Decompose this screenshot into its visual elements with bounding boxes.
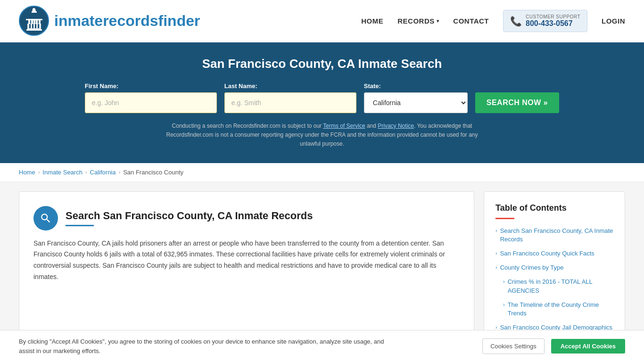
- toc-item-4[interactable]: › Crimes % in 2016 - TOTAL ALL AGENCIES: [503, 278, 613, 295]
- svg-rect-8: [36, 20, 38, 24]
- breadcrumb-inmate-search[interactable]: Inmate Search: [42, 169, 83, 176]
- toc-chevron-3: ›: [495, 264, 497, 270]
- svg-rect-15: [38, 24, 39, 28]
- hero-section: San Francisco County, CA Inmate Search F…: [0, 42, 644, 163]
- support-box: 📞 CUSTOMER SUPPORT 800-433-0567: [503, 10, 587, 32]
- toc-link-2[interactable]: San Francisco County Quick Facts: [500, 249, 594, 258]
- last-name-group: Last Name:: [224, 82, 356, 113]
- header: inmaterecordsfinder HOME RECORDS ▾ CONTA…: [0, 0, 644, 42]
- logo: inmaterecordsfinder: [19, 6, 200, 36]
- support-label: CUSTOMER SUPPORT: [526, 14, 580, 19]
- search-button[interactable]: SEARCH NOW »: [475, 92, 559, 113]
- privacy-link[interactable]: Privacy Notice: [378, 123, 414, 129]
- section-body: San Francisco County, CA jails hold pris…: [33, 238, 460, 283]
- svg-rect-11: [26, 29, 42, 31]
- breadcrumb-current: San Francisco County: [123, 169, 183, 176]
- svg-point-3: [33, 8, 36, 13]
- breadcrumb-sep-2: ›: [85, 169, 87, 175]
- nav-home[interactable]: HOME: [361, 17, 383, 25]
- toc-item-1[interactable]: › Search San Francisco County, CA Inmate…: [495, 227, 613, 244]
- cookie-text: By clicking "Accept All Cookies", you ag…: [19, 337, 396, 355]
- svg-rect-7: [33, 20, 35, 24]
- toc-chevron-4: ›: [503, 279, 505, 284]
- section-underline: [66, 225, 94, 226]
- hero-title: San Francisco County, CA Inmate Search: [19, 57, 625, 71]
- svg-rect-13: [32, 24, 33, 28]
- first-name-group: First Name:: [85, 82, 217, 113]
- breadcrumb-home[interactable]: Home: [19, 169, 35, 176]
- breadcrumb: Home › Inmate Search › California › San …: [0, 163, 644, 182]
- section-title: Search San Francisco County, CA Inmate R…: [66, 210, 313, 222]
- svg-rect-9: [39, 20, 41, 24]
- toc-chevron-1: ›: [495, 228, 497, 233]
- section-heading: Search San Francisco County, CA Inmate R…: [33, 206, 460, 230]
- breadcrumb-sep-1: ›: [38, 169, 40, 175]
- toc-item-5[interactable]: › The Timeline of the County Crime Trend…: [503, 301, 613, 318]
- chevron-down-icon: ▾: [437, 18, 439, 24]
- toc-item-2[interactable]: › San Francisco County Quick Facts: [495, 249, 613, 258]
- state-select[interactable]: California: [364, 92, 468, 113]
- toc-item-3[interactable]: › County Crimes by Type: [495, 263, 613, 272]
- last-name-input[interactable]: [224, 92, 356, 113]
- logo-text: inmaterecordsfinder: [54, 12, 200, 30]
- toc-chevron-2: ›: [495, 250, 497, 256]
- svg-rect-5: [28, 20, 30, 24]
- search-icon: [40, 212, 52, 224]
- nav-records[interactable]: RECORDS ▾: [397, 17, 439, 25]
- terms-link[interactable]: Terms of Service: [323, 123, 365, 129]
- first-name-label: First Name:: [85, 82, 119, 90]
- svg-rect-10: [26, 19, 42, 20]
- cookie-accept-button[interactable]: Accept All Cookies: [551, 339, 625, 354]
- toc-underline: [495, 218, 514, 219]
- toc-title: Table of Contents: [495, 203, 613, 213]
- search-icon-circle: [33, 206, 58, 230]
- svg-rect-14: [35, 24, 36, 28]
- state-group: State: California: [364, 82, 468, 113]
- toc-link-3[interactable]: County Crimes by Type: [500, 263, 564, 272]
- nav-login[interactable]: LOGIN: [602, 17, 625, 25]
- toc-link-4[interactable]: Crimes % in 2016 - TOTAL ALL AGENCIES: [508, 278, 613, 295]
- cookie-actions: Cookies Settings Accept All Cookies: [482, 338, 625, 354]
- logo-icon: [19, 6, 50, 36]
- hero-disclaimer: Conducting a search on Recordsfinder.com…: [157, 122, 487, 149]
- cookie-settings-button[interactable]: Cookies Settings: [482, 338, 545, 354]
- toc-link-5[interactable]: The Timeline of the County Crime Trends: [508, 301, 613, 318]
- toc-chevron-6: ›: [495, 324, 497, 330]
- logo-text-main: inmaterecordsfinder: [54, 12, 200, 29]
- support-number: 800-433-0567: [526, 19, 580, 28]
- nav-contact[interactable]: CONTACT: [453, 17, 489, 25]
- breadcrumb-california[interactable]: California: [90, 169, 116, 176]
- main-nav: HOME RECORDS ▾ CONTACT 📞 CUSTOMER SUPPOR…: [361, 10, 625, 32]
- svg-rect-12: [29, 24, 31, 28]
- toc-link-1[interactable]: Search San Francisco County, CA Inmate R…: [500, 227, 613, 244]
- svg-rect-6: [31, 20, 33, 24]
- toc-chevron-5: ›: [503, 302, 505, 307]
- cookie-banner: By clicking "Accept All Cookies", you ag…: [0, 330, 644, 362]
- first-name-input[interactable]: [85, 92, 217, 113]
- phone-icon: 📞: [510, 16, 522, 27]
- search-form: First Name: Last Name: State: California…: [19, 82, 625, 113]
- breadcrumb-sep-3: ›: [119, 169, 121, 175]
- state-label: State:: [364, 82, 381, 90]
- last-name-label: Last Name:: [224, 82, 257, 90]
